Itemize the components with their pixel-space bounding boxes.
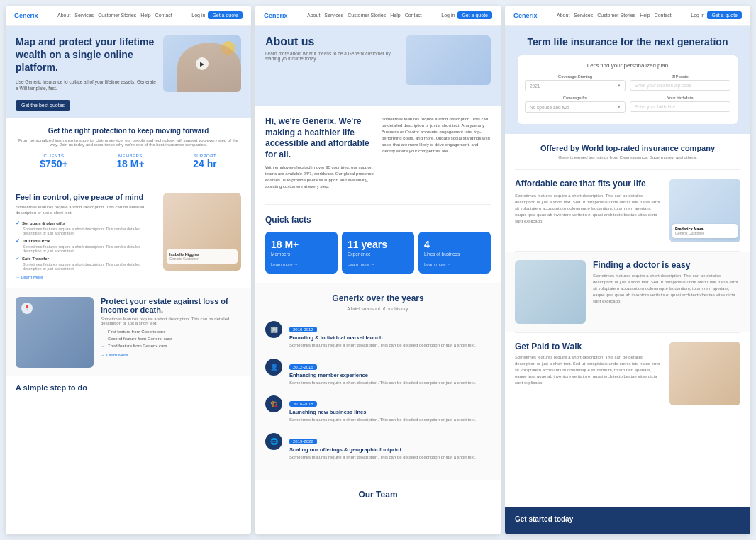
timeline-subtitle: A brief snapshot of our history. [265,306,491,311]
about-hero-top: About us Learn more about what it means … [265,35,491,85]
rated-title: Offered by World top-rated insurance com… [515,144,740,152]
stat-members-label: MEMBERS [116,154,144,158]
quick-card-1-link[interactable]: Learn more → [348,262,408,266]
nav-about-1[interactable]: About [57,13,70,18]
timeline-item-1: 👤 2012-2016 Enhancing member experience … [265,359,491,386]
affordable-text: Affordable care that fits your life Some… [515,179,662,229]
arrow-icon-2: → [101,353,105,357]
affordable-card-role: Generix Customer [675,231,735,235]
login-button-3[interactable]: Log in [691,13,704,18]
timeline-item-3-title: Scaling our offerings & geographic footp… [289,446,491,453]
timeline-badge-3: 2019-2022 [289,439,317,444]
hero-title-1: Map and protect your lifetime wealth on … [16,35,157,74]
peace-item-0-desc: Sometimes features require a short descr… [16,227,156,235]
nav-3: Generix About Services Customer Stories … [505,6,750,26]
about-right: Sometimes features require a short descr… [382,116,491,194]
logo-2: Generix [264,12,288,19]
nav-services-1[interactable]: Services [74,13,94,18]
quick-facts-cards: 18 M+ Members Learn more → 11 years Expe… [265,232,491,274]
hero-cta-button-1[interactable]: Get the best quotes [16,100,70,111]
quick-card-1-label: Experience [348,252,408,257]
about-hero-image [406,35,491,85]
timeline-content-0: 2010-2012 Founding & individual market l… [289,321,491,348]
nav-services-3[interactable]: Services [574,13,593,18]
birthdate-input[interactable]: Enter your birthdate [630,101,730,112]
stats-title: Get the right protection to keep moving … [16,126,241,135]
quick-facts-title: Quick facts [265,215,491,225]
quick-card-1: 11 years Experience Learn more → [342,232,414,274]
stats-row: CLIENTS $750+ MEMBERS 18 M+ SUPPORT 24 h… [16,154,241,169]
screenshot-2: Generix About Services Customer Stories … [255,6,501,534]
nav-links-3: About Services Customer Stories Help Con… [557,13,672,18]
nav-contact-3[interactable]: Contact [655,13,672,18]
stat-clients-value: $750+ [40,158,67,169]
timeline-item-2-desc: Sometimes features require a short descr… [289,417,491,422]
nav-stories-1[interactable]: Customer Stories [98,13,136,18]
timeline-item-3: 🌐 2019-2022 Scaling our offerings & geog… [265,433,491,460]
walk-section: Get Paid to Walk Sometimes features requ… [505,333,750,414]
nav-about-3[interactable]: About [557,13,569,18]
peace-title: Feel in control, give peace of mind [16,193,156,201]
hero-subtitle-1: Use Generix Insurance to collate all of … [16,79,157,91]
login-button-2[interactable]: Log in [441,13,455,18]
nav-help-3[interactable]: Help [640,13,650,18]
timeline-content-2: 2016-2018 Launching new business lines S… [289,395,491,422]
timeline-item-0-desc: Sometimes features require a short descr… [289,342,491,348]
cta-button-1[interactable]: Get a quote [208,11,243,19]
timeline-item-2-title: Launching new business lines [289,409,491,415]
stat-support: SUPPORT 24 hr [193,154,216,169]
quick-card-0-label: Members [271,252,332,257]
cta-button-2[interactable]: Get a quote [457,11,492,19]
timeline-item-3-desc: Sometimes features require a short descr… [289,454,491,460]
peace-card-overlay: Isabelle Higgins Generix Customer [167,249,238,264]
timeline-icon-0: 🏢 [265,321,282,338]
nav-help-1[interactable]: Help [140,13,150,18]
stats-subtitle: From personalized insurance to superior … [16,138,241,147]
protect-learn-link[interactable]: → Learn More [101,353,241,357]
quick-card-2-link[interactable]: Learn more → [424,262,485,266]
dark-section: Get started today [505,507,750,534]
affordable-card: Frederick Nava Generix Customer [672,224,738,238]
location-icon: 📍 [21,303,33,314]
about-hero-text: About us Learn more about what it means … [265,35,399,85]
about-left: Hi, we're Generix. We're making a health… [265,116,374,194]
quick-card-2: 4 Lines of business Learn more → [418,232,491,274]
play-button[interactable]: ▶ [196,57,209,70]
nav-services-2[interactable]: Services [324,13,343,18]
protect-title: Protect your estate against loss of inco… [101,297,241,314]
quick-card-0-link[interactable]: Learn more → [271,262,332,266]
peace-learn-link[interactable]: → Learn More [16,275,156,279]
peace-item-2-title: Safe Transfer [16,256,156,261]
arrow-icon: → [16,275,20,279]
about-hero: About us Learn more about what it means … [255,26,501,106]
about-left-sub: With employees located in over 30 countr… [265,164,374,190]
cta-button-3[interactable]: Get a quote [707,11,742,19]
hero-people-silhouette [177,43,241,92]
timeline-item-1-title: Enhancing member experience [289,372,491,378]
quick-card-0: 18 M+ Members Learn more → [265,232,338,274]
nav-actions-3: Log in Get a quote [691,11,742,19]
doctor-image [515,260,586,324]
nav-about-2[interactable]: About [307,13,320,18]
peace-learn-text: Learn More [21,275,43,279]
nav-stories-2[interactable]: Customer Stories [348,13,386,18]
hero-section-1: Map and protect your lifetime wealth on … [6,26,251,118]
plan-grid: Coverage Starting 2021 ▾ ZIP code Enter … [525,74,730,113]
hero-image-1: ▶ [163,35,241,92]
nav-contact-2[interactable]: Contact [405,13,422,18]
coverage-for-select[interactable]: No spouse and two ▾ [525,101,626,113]
nav-contact-1[interactable]: Contact [155,13,172,18]
zip-code-input[interactable]: Enter your location zip code [630,80,730,91]
term-hero: Term life insurance for the next generat… [505,26,750,134]
timeline-title: Generix over the years [265,293,491,303]
nav-stories-3[interactable]: Customer Stories [597,13,635,18]
nav-help-2[interactable]: Help [390,13,400,18]
about-hero-title: About us [265,35,399,48]
coverage-starting-select[interactable]: 2021 ▾ [525,80,626,91]
timeline-section: Generix over the years A brief snapshot … [255,283,501,480]
plan-finder-title: Let's find your personalized plan [525,62,730,69]
walk-title: Get Paid to Walk [515,342,662,351]
login-button-1[interactable]: Log in [191,13,205,18]
protect-section: 📍 Protect your estate against loss of in… [6,288,251,376]
stats-section: Get the right protection to keep moving … [6,118,251,184]
